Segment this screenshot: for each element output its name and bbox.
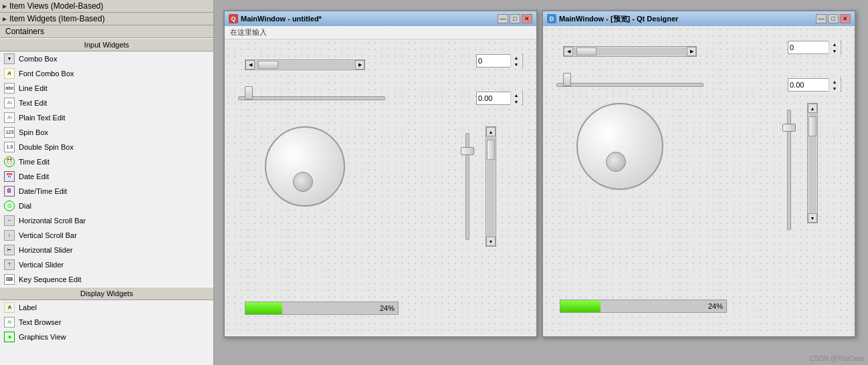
window1-spinbox1-down-btn[interactable]: ▼ (511, 61, 522, 68)
sidebar-item-date-edit[interactable]: 📅 Date Edit (0, 169, 213, 184)
sidebar-item-h-scroll-bar[interactable]: ↔ Horizontal Scroll Bar (0, 213, 213, 228)
window1-spinbox1-input[interactable] (477, 55, 510, 67)
sidebar-item-v-slider[interactable]: ⊤ Vertical Slider (0, 257, 213, 272)
sidebar-item-combo-box[interactable]: ▼ Combo Box (0, 51, 213, 66)
window2-spinbox2-input[interactable] (788, 79, 829, 91)
window1-spinbox1-up-btn[interactable]: ▲ (511, 54, 522, 61)
sidebar-item-widgets[interactable]: ▶ Item Widgets (Item-Based) (0, 13, 213, 25)
window1-vslider-wrapper (465, 126, 469, 247)
window2-spinbox1-input[interactable] (788, 41, 829, 53)
label-label: Label (19, 303, 37, 312)
window1-vscroll-thumb[interactable] (487, 140, 495, 160)
window1-vslider[interactable] (465, 126, 469, 247)
window2-spinbox1-down-btn[interactable]: ▼ (829, 47, 840, 54)
window1-hscrollbar[interactable]: ◀ ▶ (245, 59, 365, 70)
window2-vscroll-down-btn[interactable]: ▼ (808, 213, 817, 223)
spin-box-icon: 123 (4, 127, 15, 138)
sidebar-item-plain-text-edit[interactable]: AI Plain Text Edit (0, 110, 213, 125)
sidebar-item-dial[interactable]: ◎ Dial (0, 199, 213, 213)
window2-vscroll-up-btn[interactable]: ▲ (808, 104, 817, 113)
window2-hscrollbar[interactable]: ◀ ▶ (563, 46, 697, 57)
window2-vslider[interactable] (787, 103, 791, 237)
sidebar-item-double-spin-box[interactable]: 1.0 Double Spin Box (0, 140, 213, 154)
sidebar-item-spin-box[interactable]: 123 Spin Box (0, 125, 213, 140)
window2-spinbox1-up-btn[interactable]: ▲ (829, 41, 840, 47)
window2-content: ◀ ▶ ▲ ▼ (543, 26, 855, 336)
window2-hscroll-left-btn[interactable]: ◀ (564, 47, 573, 56)
sidebar-item-line-edit[interactable]: abc Line Edit (0, 81, 213, 96)
sidebar-item-views[interactable]: ▶ Item Views (Model-Based) (0, 0, 213, 13)
window2-spinbox2-down-btn[interactable]: ▼ (829, 85, 840, 92)
window1-minimize-btn[interactable]: — (498, 14, 508, 23)
window2-hscroll-thumb[interactable] (576, 47, 596, 55)
item-widgets-label: Item Widgets (Item-Based) (9, 14, 105, 23)
v-slider-label: Vertical Slider (19, 261, 64, 269)
window1-spinbox2-input[interactable] (477, 92, 510, 104)
window2-vslider-handle[interactable] (782, 124, 796, 132)
window1-spinbox2[interactable]: ▲ ▼ (476, 92, 523, 105)
window2-hscroll-right-btn[interactable]: ▶ (687, 47, 696, 56)
v-scroll-bar-label: Vertical Scroll Bar (19, 231, 77, 239)
window2-spinbox2[interactable]: ▲ ▼ (788, 78, 841, 92)
sidebar-item-label[interactable]: A Label (0, 300, 213, 315)
window1-close-btn[interactable]: ✕ (522, 14, 532, 23)
sidebar-item-graphics-view[interactable]: ◈ Graphics View (0, 330, 213, 344)
window2-vscroll-thumb[interactable] (808, 116, 817, 136)
sidebar-item-v-scroll-bar[interactable]: ↕ Vertical Scroll Bar (0, 228, 213, 243)
window1-vscrollbar[interactable]: ▲ ▼ (485, 126, 496, 247)
window2-close-btn[interactable]: ✕ (840, 14, 851, 23)
window1-hslider-handle[interactable] (245, 86, 253, 100)
window1-spinbox2-up-btn[interactable]: ▲ (511, 92, 522, 98)
window1-vslider-handle[interactable] (461, 147, 474, 155)
window2-restore-btn[interactable]: □ (828, 14, 839, 23)
window1-hslider[interactable] (238, 92, 385, 105)
window1-titlebar: Q MainWindow - untitled* — □ ✕ (225, 11, 536, 26)
window1-restore-btn[interactable]: □ (510, 14, 520, 23)
window2-hslider[interactable] (556, 78, 703, 92)
window1-progress-label: 24% (380, 304, 395, 312)
time-edit-label: Time Edit (19, 158, 49, 166)
window1-hscroll-thumb[interactable] (258, 61, 278, 69)
sidebar-containers[interactable]: Containers (0, 25, 213, 38)
window2-vscrollbar[interactable]: ▲ ▼ (807, 103, 818, 223)
double-spin-box-label: Double Spin Box (19, 143, 74, 151)
window2-hscroll-track (573, 47, 687, 55)
sidebar-item-key-sequence-edit[interactable]: ⌨ Key Sequence Edit (0, 272, 213, 287)
window1-spinbox1[interactable]: ▲ ▼ (476, 54, 523, 68)
h-scroll-bar-label: Horizontal Scroll Bar (19, 217, 86, 225)
window1-hscroll-track (255, 61, 355, 69)
window2-spinbox1[interactable]: ▲ ▼ (788, 41, 841, 54)
window1-icon: Q (229, 14, 238, 23)
window1-spinbox2-down-btn[interactable]: ▼ (511, 98, 522, 105)
sidebar-item-time-edit[interactable]: ⏰ Time Edit (0, 154, 213, 169)
item-views-label: Item Views (Model-Based) (9, 1, 104, 11)
window1-spinbox2-arrows: ▲ ▼ (510, 92, 522, 105)
window2-hscroll-area: ◀ ▶ (563, 46, 697, 57)
display-widgets-category[interactable]: Display Widgets (0, 287, 213, 300)
window2-spinbox1-wrapper: ▲ ▼ (788, 41, 841, 54)
window2-spinbox2-wrapper: ▲ ▼ (788, 78, 841, 92)
sidebar-item-datetime-edit[interactable]: 🗓 Date/Time Edit (0, 184, 213, 199)
window1-vscroll-up-btn[interactable]: ▲ (486, 127, 496, 136)
window2-minimize-btn[interactable]: — (816, 14, 827, 23)
combo-box-label: Combo Box (19, 55, 57, 63)
window1-dial[interactable] (265, 126, 345, 207)
sidebar-item-h-slider[interactable]: ⊢ Horizontal Slider (0, 243, 213, 257)
window1-title-text: MainWindow - untitled* (241, 15, 322, 23)
datetime-edit-icon: 🗓 (4, 186, 15, 197)
input-widgets-category[interactable]: Input Widgets (0, 38, 213, 51)
window2-dial[interactable] (576, 103, 663, 190)
sidebar-item-text-browser[interactable]: AI Text Browser (0, 315, 213, 330)
text-edit-icon: AI (4, 98, 15, 108)
window1-hscroll-right-btn[interactable]: ▶ (355, 60, 364, 70)
window1-title-left: Q MainWindow - untitled* (229, 14, 322, 23)
window1-vscroll-down-btn[interactable]: ▼ (486, 237, 496, 246)
window1-vscroll-wrapper: ▲ ▼ (485, 126, 496, 247)
window2-progress-bar: 24% (560, 299, 727, 313)
sidebar-item-text-edit[interactable]: AI Text Edit (0, 96, 213, 110)
window1-hscroll-left-btn[interactable]: ◀ (245, 60, 255, 70)
sidebar-item-font-combo-box[interactable]: A Font Combo Box (0, 66, 213, 81)
window2-spinbox2-up-btn[interactable]: ▲ (829, 78, 840, 85)
window2-hslider-handle[interactable] (563, 73, 571, 86)
plain-text-edit-label: Plain Text Edit (19, 114, 66, 122)
